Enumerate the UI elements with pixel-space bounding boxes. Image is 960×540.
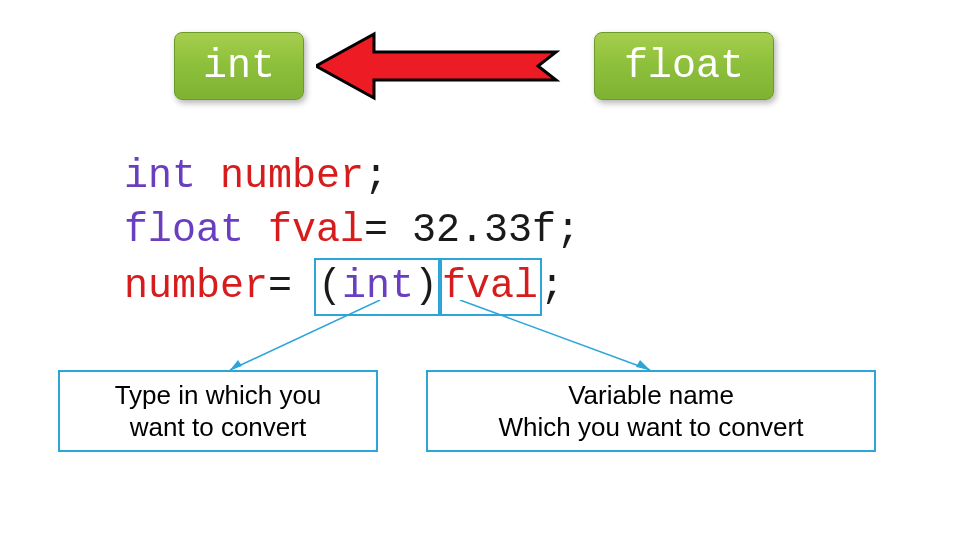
- callout-cast-type: Type in which you want to convert: [58, 370, 378, 452]
- callout-variable-name: Variable name Which you want to convert: [426, 370, 876, 452]
- float-label: float: [624, 44, 744, 89]
- cast-type-box: (int): [314, 258, 442, 316]
- paren-close: ): [414, 264, 438, 309]
- var-fval: fval: [268, 208, 364, 253]
- assign-literal: = 32.33f;: [364, 208, 580, 253]
- left-arrow-icon: [316, 30, 578, 102]
- int-type-box: int: [174, 32, 304, 100]
- var-number: number: [220, 154, 364, 199]
- code-block: int number; float fval= 32.33f; number= …: [124, 150, 580, 316]
- code-line-1: int number;: [124, 150, 580, 204]
- paren-open: (: [318, 264, 342, 309]
- svg-marker-4: [636, 360, 650, 370]
- float-type-box: float: [594, 32, 774, 100]
- callout-left-line2: want to convert: [130, 411, 306, 444]
- keyword-float: float: [124, 208, 244, 253]
- code-line-2: float fval= 32.33f;: [124, 204, 580, 258]
- callout-left-line1: Type in which you: [115, 379, 322, 412]
- equals: =: [268, 264, 316, 309]
- cast-var-box: fval: [438, 258, 542, 316]
- callout-right-line2: Which you want to convert: [499, 411, 804, 444]
- code-line-3: number= (int)fval;: [124, 258, 580, 316]
- svg-marker-2: [230, 360, 242, 370]
- cast-fval: fval: [442, 264, 538, 309]
- keyword-int: int: [124, 154, 196, 199]
- semicolon: ;: [364, 154, 388, 199]
- callout-right-line1: Variable name: [568, 379, 734, 412]
- int-label: int: [203, 44, 275, 89]
- svg-marker-0: [316, 34, 556, 98]
- semicolon-3: ;: [540, 264, 564, 309]
- cast-int: int: [342, 264, 414, 309]
- var-number-assign: number: [124, 264, 268, 309]
